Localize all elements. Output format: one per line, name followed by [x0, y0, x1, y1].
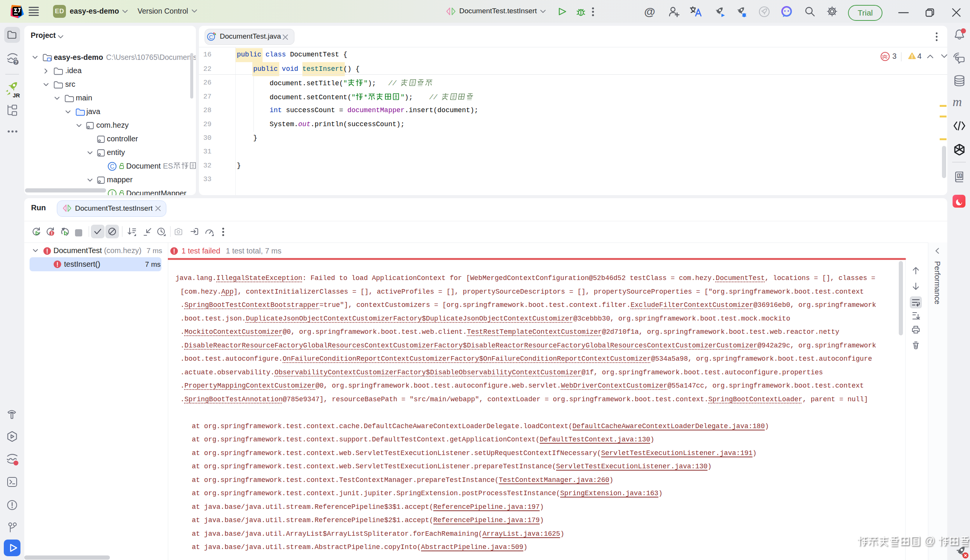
svg-text:A: A [958, 174, 961, 178]
svg-text:JR: JR [13, 92, 20, 98]
svg-text:C: C [110, 163, 115, 170]
svg-text:?: ? [14, 60, 17, 65]
svg-text:C: C [209, 34, 213, 40]
svg-text:I: I [112, 191, 113, 195]
